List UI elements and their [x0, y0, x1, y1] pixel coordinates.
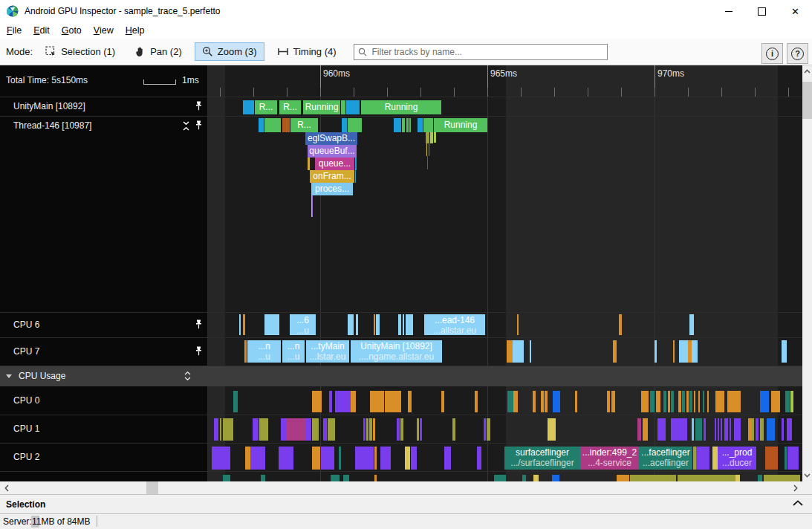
slice[interactable]: [400, 418, 403, 441]
slice[interactable]: R...: [255, 100, 277, 114]
slice[interactable]: [341, 100, 345, 114]
slice[interactable]: [409, 118, 411, 132]
slice[interactable]: [430, 132, 433, 143]
slice[interactable]: [522, 475, 526, 481]
slice[interactable]: [343, 475, 349, 481]
slice[interactable]: [694, 391, 695, 412]
slice[interactable]: [671, 418, 687, 441]
selection-mode-button[interactable]: Selection (1): [38, 42, 123, 61]
slice[interactable]: [657, 418, 666, 441]
slice[interactable]: [329, 391, 332, 412]
track-label-cpu-7[interactable]: CPU 7: [0, 337, 208, 366]
menu-view[interactable]: View: [88, 23, 119, 38]
maximize-button[interactable]: [745, 0, 779, 22]
timeline-canvas[interactable]: 960ms965ms970msR...R...RunningRunningR..…: [208, 65, 802, 481]
slice[interactable]: Running: [361, 100, 441, 114]
slice[interactable]: [376, 314, 380, 335]
slice[interactable]: [695, 418, 702, 441]
slice[interactable]: [348, 314, 354, 335]
zoom-mode-button[interactable]: Zoom (3): [195, 42, 264, 61]
slice[interactable]: [724, 418, 728, 441]
slice[interactable]: [533, 391, 536, 412]
slice[interactable]: [427, 156, 428, 169]
slice[interactable]: [418, 118, 423, 132]
slice[interactable]: Running: [303, 100, 340, 114]
track-label-cpu-1[interactable]: CPU 1: [0, 415, 208, 443]
slice[interactable]: surfaceflinger.../surfaceflinger: [504, 447, 580, 470]
slice[interactable]: [370, 391, 384, 412]
slice[interactable]: [223, 475, 230, 481]
info-button[interactable]: i: [761, 43, 783, 64]
menu-goto[interactable]: Goto: [56, 23, 87, 38]
slice[interactable]: [704, 418, 706, 441]
slice[interactable]: [679, 340, 688, 363]
slice[interactable]: [730, 418, 731, 441]
slice[interactable]: [308, 158, 310, 170]
slice[interactable]: [689, 391, 692, 412]
scroll-left-button[interactable]: [0, 481, 13, 494]
slice[interactable]: [374, 314, 375, 335]
slice[interactable]: [243, 314, 245, 335]
slice[interactable]: [312, 418, 319, 441]
slice[interactable]: [339, 447, 341, 470]
slice[interactable]: [342, 118, 347, 132]
slice[interactable]: [374, 447, 377, 470]
slice[interactable]: [366, 418, 368, 441]
slice[interactable]: [507, 340, 513, 363]
slice[interactable]: [507, 391, 513, 412]
slice[interactable]: [398, 314, 401, 335]
slice[interactable]: [385, 391, 401, 412]
scroll-up-button[interactable]: [802, 65, 812, 77]
close-button[interactable]: ✕: [779, 0, 812, 22]
slice[interactable]: [355, 447, 374, 470]
help-button[interactable]: ?: [787, 43, 808, 64]
slice[interactable]: queueBuf...: [308, 145, 357, 158]
slice[interactable]: [253, 418, 259, 441]
slice[interactable]: [734, 418, 741, 441]
slice[interactable]: ...n...u: [247, 340, 281, 363]
slice[interactable]: [541, 391, 544, 412]
slice[interactable]: [760, 391, 769, 412]
slice[interactable]: [323, 418, 327, 441]
slice[interactable]: [403, 314, 404, 335]
slice[interactable]: [286, 418, 306, 441]
slice[interactable]: [656, 391, 660, 412]
slice[interactable]: [530, 340, 531, 363]
slice[interactable]: [405, 447, 410, 470]
timing-mode-button[interactable]: Timing (4): [270, 42, 344, 61]
collapse-track-icon[interactable]: [182, 121, 190, 131]
slice[interactable]: ..._prod...ducer: [718, 447, 756, 470]
slice[interactable]: [402, 118, 405, 132]
track-label-cpu-3[interactable]: CPU 3: [0, 471, 208, 481]
slice[interactable]: [712, 447, 718, 470]
slice[interactable]: [671, 391, 674, 412]
pin-icon[interactable]: [195, 120, 203, 131]
slice[interactable]: [767, 418, 775, 441]
slice[interactable]: [617, 475, 629, 481]
slice[interactable]: [689, 314, 694, 335]
slice[interactable]: [715, 391, 724, 412]
menu-edit[interactable]: Edit: [28, 23, 55, 38]
slice[interactable]: [686, 391, 689, 412]
slice[interactable]: [397, 418, 400, 441]
pan-mode-button[interactable]: Pan (2): [128, 42, 189, 61]
slice[interactable]: [715, 418, 716, 441]
slice[interactable]: [619, 314, 622, 335]
slice[interactable]: [411, 447, 417, 470]
slice[interactable]: [782, 418, 784, 441]
slice[interactable]: R...: [290, 118, 318, 132]
scroll-right-button[interactable]: [789, 481, 802, 494]
slice[interactable]: [306, 418, 311, 441]
slice[interactable]: [243, 100, 254, 114]
slice[interactable]: [771, 391, 780, 412]
slice[interactable]: [380, 447, 391, 470]
slice[interactable]: [420, 418, 422, 441]
slice[interactable]: [484, 418, 486, 441]
slice[interactable]: [655, 340, 657, 363]
slice[interactable]: ...n...u: [282, 340, 305, 363]
slice[interactable]: [545, 391, 548, 412]
slice[interactable]: [718, 418, 719, 441]
track-label-cpu-0[interactable]: CPU 0: [0, 386, 208, 415]
updown-icon[interactable]: [184, 371, 191, 380]
slice[interactable]: [641, 391, 649, 412]
